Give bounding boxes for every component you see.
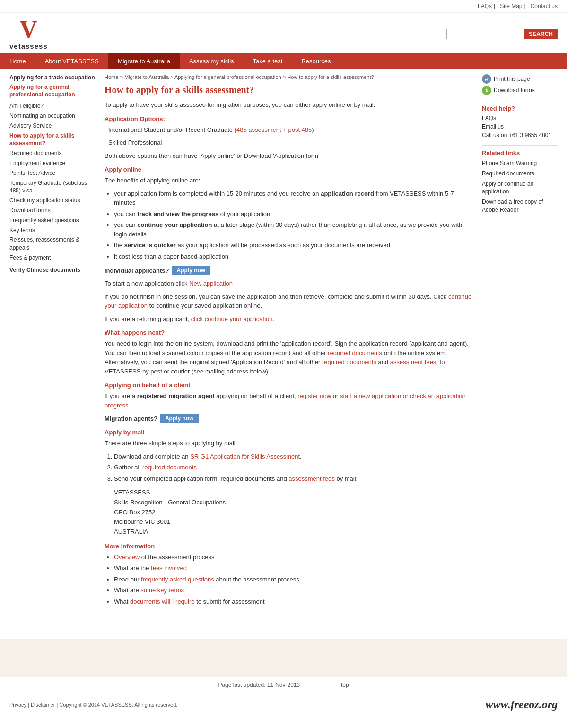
download-forms-link[interactable]: ⬇ Download forms xyxy=(482,86,558,95)
sidebar-link-faq[interactable]: Frequently asked questions xyxy=(9,217,97,225)
related-apply-continue: Apply or continue an application xyxy=(482,180,558,196)
need-help-email: Email us xyxy=(482,123,558,130)
logo: V vetassess xyxy=(9,17,48,50)
migration-agents-label: Migration agents? xyxy=(105,415,157,422)
footer-top-link[interactable]: top xyxy=(341,682,349,688)
sidebar-item: How to apply for a skills assessment? xyxy=(9,132,97,148)
footer-disclaimer[interactable]: Disclaimer xyxy=(31,702,55,708)
link-required-docs-3[interactable]: required documents xyxy=(142,464,197,471)
new-application-text: To start a new application click New app… xyxy=(105,279,474,288)
sidebar-link-fees[interactable]: Fees & payment xyxy=(9,254,97,262)
link-required-docs-side[interactable]: Required documents xyxy=(482,170,558,178)
link-faq-assessment[interactable]: frequently asked questions xyxy=(141,576,214,583)
more-info-item-4: What are some key terms xyxy=(114,586,474,595)
download-label: Download forms xyxy=(494,87,535,94)
nav-about[interactable]: About VETASSESS xyxy=(35,53,108,69)
more-info-item-3: Read our frequently asked questions abou… xyxy=(114,575,474,584)
link-assessment-fees-1[interactable]: assessment fees xyxy=(390,358,436,365)
faqs-toplink[interactable]: FAQs xyxy=(478,3,492,9)
link-485-assessment[interactable]: 485 assessment + post 485 xyxy=(236,126,312,133)
sidebar-link-advisory[interactable]: Advisory Service xyxy=(9,122,97,130)
top-bar: FAQs | Site Map | Contact us xyxy=(0,0,567,13)
search-button[interactable]: SEARCH xyxy=(524,29,558,39)
section-application-options-heading: Application Options: xyxy=(105,115,474,122)
apply-now-button-individual[interactable]: Apply now xyxy=(172,266,210,275)
sidebar-verify: Verify Chinese documents xyxy=(9,267,97,273)
sidebar-sub-section-link[interactable]: Applying for a general professional occu… xyxy=(9,84,97,98)
sidebar-link-how-apply[interactable]: How to apply for a skills assessment? xyxy=(9,132,97,148)
link-assessment-fees-2[interactable]: assessment fees xyxy=(288,475,335,482)
sidebar-item: Key terms xyxy=(9,226,97,234)
contact-toplink[interactable]: Contact us xyxy=(531,3,558,9)
sidebar-link-points[interactable]: Points Test Advice xyxy=(9,169,97,177)
search-area: SEARCH xyxy=(446,29,558,39)
print-label: Print this page xyxy=(494,76,530,82)
sidebar-item: Reissues, reassessments & appeals xyxy=(9,236,97,252)
footer-bottom: Privacy | Disclaimer | Copyright © 2014 … xyxy=(0,693,567,716)
breadcrumb: Home > Migrate to Australia > Applying f… xyxy=(105,74,474,80)
related-phone-scam: Phone Scam Warning xyxy=(482,159,558,167)
nav-test[interactable]: Take a test xyxy=(244,53,292,69)
nav-assess[interactable]: Assess my skills xyxy=(180,53,244,69)
search-input[interactable] xyxy=(446,29,522,39)
sidebar-item: Advisory Service xyxy=(9,122,97,130)
nav-resources[interactable]: Resources xyxy=(292,53,340,69)
apply-online-intro: The benefits of applying online are: xyxy=(105,176,474,185)
link-phone-scam[interactable]: Phone Scam Warning xyxy=(482,159,558,167)
link-srg1-form[interactable]: SR G1 Application for Skills Assessment xyxy=(190,453,300,460)
sidebar-item: Check my application status xyxy=(9,197,97,205)
footer-privacy[interactable]: Privacy xyxy=(9,702,26,708)
link-required-docs-2[interactable]: required documents xyxy=(322,358,376,365)
sidebar-link-download-forms[interactable]: Download forms xyxy=(9,207,97,215)
sidebar-link-reissues[interactable]: Reissues, reassessments & appeals xyxy=(9,236,97,252)
breadcrumb-migrate[interactable]: Migrate to Australia xyxy=(124,74,169,80)
footer-links: Privacy | Disclaimer | Copyright © 2014 … xyxy=(9,702,177,708)
link-new-application[interactable]: New application xyxy=(189,280,233,287)
more-info-item-2: What are the fees involved xyxy=(114,563,474,573)
sidebar-link-485[interactable]: Temporary Graduate (subclass 485) visa xyxy=(9,179,97,195)
need-help-title: Need help? xyxy=(482,105,558,112)
left-sidebar: Applying for a trade occupation Applying… xyxy=(9,74,97,630)
by-mail-steps: Download and complete an SR G1 Applicati… xyxy=(105,452,474,484)
logo-v-letter: V xyxy=(20,17,38,42)
logo-name: vetassess xyxy=(9,42,48,50)
link-adobe-reader[interactable]: Download a free copy of Adobe Reader xyxy=(482,198,558,214)
main-content: Home > Migrate to Australia > Applying f… xyxy=(105,74,474,630)
sidebar-link-nominating[interactable]: Nominating an occupation xyxy=(9,112,97,120)
link-faqs[interactable]: FAQs xyxy=(482,115,496,121)
link-overview[interactable]: Overview xyxy=(114,554,140,561)
link-key-terms[interactable]: some key terms xyxy=(140,587,184,594)
link-register-now[interactable]: register now xyxy=(297,392,331,399)
sitemap-toplink[interactable]: Site Map xyxy=(500,3,522,9)
by-mail-step-1: Download and complete an SR G1 Applicati… xyxy=(114,452,474,461)
nav-migrate[interactable]: Migrate to Australia xyxy=(108,53,180,69)
breadcrumb-home[interactable]: Home xyxy=(105,74,118,80)
link-fees-involved[interactable]: fees involved xyxy=(151,564,187,572)
apply-now-button-migration[interactable]: Apply now xyxy=(160,414,199,423)
sidebar-link-eligible[interactable]: Am I eligible? xyxy=(9,102,97,110)
behalf-text: If you are a registered migration agent … xyxy=(105,391,474,410)
sidebar-link-required-docs[interactable]: Required documents xyxy=(9,149,97,157)
breadcrumb-applying[interactable]: Applying for a general professional occu… xyxy=(174,74,281,80)
section-more-info-heading: More information xyxy=(105,543,474,550)
link-continue-application[interactable]: continue your application xyxy=(105,293,471,310)
what-next-text: You need to login into the online system… xyxy=(105,339,474,376)
print-page-link[interactable]: 🖨 Print this page xyxy=(482,74,558,84)
link-email[interactable]: Email us xyxy=(482,123,504,130)
by-mail-step-3: Send your completed application form, re… xyxy=(114,474,474,484)
related-required-docs: Required documents xyxy=(482,170,558,178)
link-apply-continue[interactable]: Apply or continue an application xyxy=(482,180,558,196)
link-click-continue[interactable]: click continue your application xyxy=(191,315,273,322)
individual-label: Individual applicants? xyxy=(105,267,169,274)
sidebar-link-check-status[interactable]: Check my application status xyxy=(9,197,97,205)
link-documents-require[interactable]: documents will I require xyxy=(130,598,195,605)
content-wrapper: Applying for a trade occupation Applying… xyxy=(0,69,567,634)
sidebar-link-verify-chinese[interactable]: Verify Chinese documents xyxy=(9,267,80,273)
footer-freeoz-logo: www.freeoz.org xyxy=(486,698,558,711)
link-required-docs-1[interactable]: required documents xyxy=(328,349,382,356)
sidebar-link-key-terms[interactable]: Key terms xyxy=(9,226,97,234)
sidebar-link-employment[interactable]: Employment evidence xyxy=(9,159,97,167)
section-behalf-heading: Applying on behalf of a client xyxy=(105,381,474,389)
nav-home[interactable]: Home xyxy=(0,53,35,69)
main-nav: Home About VETASSESS Migrate to Australi… xyxy=(0,53,567,69)
